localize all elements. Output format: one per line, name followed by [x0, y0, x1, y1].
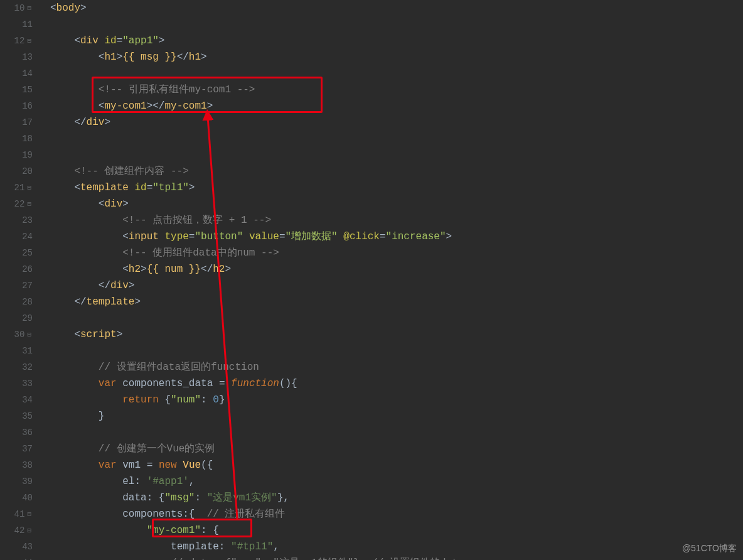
line-number: 16	[22, 98, 33, 114]
code-line[interactable]: <!-- 使用组件data中的num -->	[50, 245, 743, 261]
line-number-gutter: 10⊟ 11 12⊟ 13 14 15 16 17 18 19 20 21⊟ 2…	[0, 0, 38, 560]
fold-icon: ⊟	[27, 33, 33, 49]
line-number: 14	[22, 65, 33, 82]
line-number: 13	[22, 49, 33, 65]
line-number: 35	[22, 408, 33, 424]
line-number: 12	[14, 33, 25, 49]
fold-icon: ⊟	[27, 196, 33, 212]
code-line[interactable]: components:{ // 注册私有组件	[50, 506, 743, 522]
code-line[interactable]: data: {"msg": "这是vm1实例"},	[50, 490, 743, 506]
line-number: 10	[14, 0, 25, 16]
line-number: 28	[22, 294, 33, 310]
line-number: 11	[22, 16, 33, 33]
code-line[interactable]: template: "#tpl1",	[50, 539, 743, 555]
code-line[interactable]	[50, 424, 743, 441]
code-line[interactable]: <template id="tpl1">	[50, 180, 743, 196]
line-number: 23	[22, 212, 33, 229]
fold-icon: ⊟	[27, 522, 33, 539]
line-number: 15	[22, 82, 33, 98]
fold-icon: ⊟	[27, 506, 33, 522]
line-number: 27	[22, 277, 33, 294]
code-line[interactable]: <div>	[50, 196, 743, 212]
code-line[interactable]: <!-- 引用私有组件my-com1 -->	[50, 82, 743, 98]
line-number: 36	[22, 424, 33, 441]
code-line[interactable]: <script>	[50, 326, 743, 343]
code-line[interactable]	[50, 131, 743, 147]
code-line[interactable]: el: '#app1',	[50, 473, 743, 490]
line-number: 40	[22, 490, 33, 506]
code-line[interactable]	[50, 310, 743, 326]
line-number: 29	[22, 310, 33, 326]
fold-icon: ⊟	[27, 326, 33, 343]
code-line[interactable]	[50, 65, 743, 82]
code-line[interactable]: </div>	[50, 114, 743, 131]
line-number: 20	[22, 163, 33, 180]
code-line[interactable]	[50, 147, 743, 163]
code-line[interactable]: // 设置组件data返回的function	[50, 359, 743, 375]
code-line[interactable]: <my-com1></my-com1>	[50, 98, 743, 114]
code-line[interactable]: <body>	[50, 0, 743, 16]
code-line[interactable]: <div id="app1">	[50, 33, 743, 49]
line-number: 21	[14, 180, 25, 196]
watermark: @51CTO博客	[682, 540, 737, 556]
code-line[interactable]: <!-- 点击按钮，数字 + 1 -->	[50, 212, 743, 229]
line-number: 25	[22, 245, 33, 261]
line-number: 24	[22, 229, 33, 245]
code-editor[interactable]: 10⊟ 11 12⊟ 13 14 15 16 17 18 19 20 21⊟ 2…	[0, 0, 743, 560]
line-number: 17	[22, 114, 33, 131]
code-line[interactable]: <!-- 创建组件内容 -->	[50, 163, 743, 180]
code-line[interactable]: // data: {"msg": "这是vm1的组件"} // 设置组件的dat…	[50, 555, 743, 560]
line-number: 43	[22, 539, 33, 555]
code-line[interactable]: "my-com1": {	[50, 522, 743, 539]
code-line[interactable]: <input type="button" value="增加数据" @click…	[50, 229, 743, 245]
code-line[interactable]: }	[50, 408, 743, 424]
code-line[interactable]: // 创建第一个Vue的实例	[50, 441, 743, 457]
fold-icon: ⊟	[27, 180, 33, 196]
line-number: 32	[22, 359, 33, 375]
line-number: 44	[22, 555, 33, 560]
code-line[interactable]: var components_data = function(){	[50, 375, 743, 392]
line-number: 41	[14, 506, 25, 522]
line-number: 34	[22, 392, 33, 408]
line-number: 39	[22, 473, 33, 490]
line-number: 26	[22, 261, 33, 277]
code-line[interactable]: var vm1 = new Vue({	[50, 457, 743, 473]
line-number: 22	[14, 196, 25, 212]
code-line[interactable]: </template>	[50, 294, 743, 310]
line-number: 19	[22, 147, 33, 163]
code-content[interactable]: <body> <div id="app1"> <h1>{{ msg }}</h1…	[38, 0, 743, 560]
line-number: 31	[22, 343, 33, 359]
code-line[interactable]: return {"num": 0}	[50, 392, 743, 408]
code-line[interactable]: <h1>{{ msg }}</h1>	[50, 49, 743, 65]
line-number: 37	[22, 441, 33, 457]
line-number: 42	[14, 522, 25, 539]
line-number: 30	[14, 326, 25, 343]
line-number: 18	[22, 131, 33, 147]
line-number: 33	[22, 375, 33, 392]
code-line[interactable]: <h2>{{ num }}</h2>	[50, 261, 743, 277]
fold-icon: ⊟	[27, 0, 33, 16]
code-line[interactable]	[50, 16, 743, 33]
line-number: 38	[22, 457, 33, 473]
code-line[interactable]	[50, 343, 743, 359]
code-line[interactable]: </div>	[50, 277, 743, 294]
